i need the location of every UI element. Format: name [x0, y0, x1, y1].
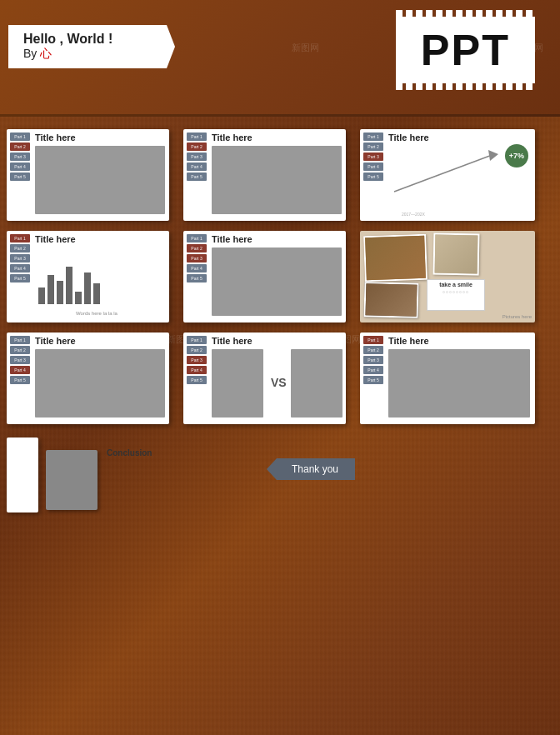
part-4-item: Part 4 [10, 162, 30, 171]
bar-2 [48, 275, 54, 304]
slide-8-title: Title here [212, 336, 252, 346]
bar-chart [38, 267, 100, 304]
s4-part-5: Part 5 [10, 274, 30, 282]
banner-line2: By 心 [23, 47, 160, 62]
dashes: ○○○○○○○○ [429, 289, 482, 294]
slide-1-title: Title here [35, 132, 76, 142]
photo-1 [363, 234, 428, 282]
bar-7 [93, 283, 100, 304]
s5-part-2: Part 2 [187, 244, 207, 252]
slide-1-parts: Part 1 Part 2 Part 3 Part 4 Part 5 [8, 131, 32, 182]
s5-part-4: Part 4 [187, 264, 207, 272]
s5-part-5: Part 5 [187, 274, 207, 282]
s7-part-4: Part 4 [10, 366, 30, 374]
s7-part-5: Part 5 [10, 376, 30, 384]
date-range: 2017—202X [402, 212, 425, 217]
bar-1 [38, 288, 45, 304]
slide-8-right-box [291, 349, 342, 418]
slide-2-title: Title here [212, 132, 252, 142]
slide-8-left-box [212, 349, 263, 418]
part-3-item: Part 3 [10, 152, 30, 161]
svg-line-0 [394, 154, 494, 192]
s3-part-5: Part 5 [363, 172, 383, 181]
arrow-banner: Hello , World ! By 心 [8, 25, 175, 68]
slide-8: Part 1 Part 2 Part 3 Part 4 Part 5 Title… [183, 332, 346, 424]
s8-part-2: Part 2 [187, 346, 207, 354]
bar-5 [75, 292, 82, 304]
slides-area: Part 1 Part 2 Part 3 Part 4 Part 5 Title… [0, 125, 560, 735]
slide-9-parts: Part 1 Part 2 Part 3 Part 4 Part 5 [362, 334, 385, 386]
slide-1: Part 1 Part 2 Part 3 Part 4 Part 5 Title… [7, 129, 169, 221]
slide-4-title: Title here [35, 234, 76, 244]
s2-part-4: Part 4 [187, 162, 207, 171]
slide-5-parts: Part 1 Part 2 Part 3 Part 4 Part 5 [185, 232, 208, 284]
bar-4 [66, 267, 72, 304]
s9-part-1: Part 1 [363, 336, 383, 344]
header-section: Hello , World ! By 心 PPT [0, 0, 560, 117]
s8-part-4: Part 4 [187, 366, 207, 374]
slide-9: Part 1 Part 2 Part 3 Part 4 Part 5 Title… [360, 332, 535, 424]
conclusion-label: Conclusion [107, 448, 152, 458]
banner-line1: Hello , World ! [23, 32, 160, 47]
s2-part-2: Part 2 [187, 142, 207, 151]
chart-label: Words here la la la [38, 311, 155, 316]
slide-6: take a smile ○○○○○○○○ Pictures here [360, 231, 535, 322]
conclusion-box-left [7, 438, 38, 512]
take-smile-text: take a smile [429, 282, 482, 288]
heart-char: 心 [40, 47, 52, 60]
s2-part-3: Part 3 [187, 152, 207, 161]
slide-2: Part 1 Part 2 Part 3 Part 4 Part 5 Title… [183, 129, 346, 221]
slide-8-parts: Part 1 Part 2 Part 3 Part 4 Part 5 [185, 334, 208, 386]
thank-you-text: Thank you [292, 463, 338, 475]
slide-7-content-box [35, 349, 165, 418]
s8-part-5: Part 5 [187, 376, 207, 384]
thank-you-banner: Thank you [267, 458, 355, 480]
slide-7-title: Title here [35, 336, 76, 346]
percent-badge: +7% [505, 144, 528, 168]
s9-part-4: Part 4 [363, 366, 383, 374]
s8-part-3: Part 3 [187, 356, 207, 364]
s4-part-1: Part 1 [10, 234, 30, 242]
slide-1-content-box [35, 146, 165, 214]
ppt-ticket: PPT [396, 17, 535, 83]
part-2-item: Part 2 [10, 142, 30, 151]
s2-part-5: Part 5 [187, 172, 207, 181]
s5-part-3: Part 3 [187, 254, 207, 262]
slide-2-parts: Part 1 Part 2 Part 3 Part 4 Part 5 [185, 131, 208, 182]
part-1-item: Part 1 [10, 132, 30, 141]
slide-5: Part 1 Part 2 Part 3 Part 4 Part 5 Title… [183, 231, 346, 322]
slide-4-parts: Part 1 Part 2 Part 3 Part 4 Part 5 [8, 232, 32, 284]
slide-9-title: Title here [388, 336, 429, 346]
slide-3-title: Title here [388, 132, 429, 142]
s9-part-3: Part 3 [363, 356, 383, 364]
photo-2 [433, 233, 480, 276]
s9-part-5: Part 5 [363, 376, 383, 384]
vs-label: VS [271, 376, 287, 389]
s4-part-2: Part 2 [10, 244, 30, 252]
slide-7: Part 1 Part 2 Part 3 Part 4 Part 5 Title… [7, 332, 169, 424]
bar-6 [84, 272, 91, 304]
slide-3: Part 1 Part 2 Part 3 Part 4 Part 5 Title… [360, 129, 535, 221]
slide-3-parts: Part 1 Part 2 Part 3 Part 4 Part 5 [362, 131, 385, 182]
s3-part-4: Part 4 [363, 162, 383, 171]
s3-part-3: Part 3 [363, 152, 383, 161]
ppt-title: PPT [421, 25, 510, 75]
conclusion-gray-box [46, 450, 98, 510]
s4-part-3: Part 3 [10, 254, 30, 262]
bar-3 [57, 281, 63, 304]
slide-9-content-box [388, 349, 530, 418]
line-chart [390, 146, 502, 196]
arrow-banner-body: Hello , World ! By 心 [8, 25, 175, 68]
s7-part-3: Part 3 [10, 356, 30, 364]
slide-2-content-box [212, 146, 342, 214]
slide-4: Part 1 Part 2 Part 3 Part 4 Part 5 Title… [7, 231, 169, 322]
take-smile-box: take a smile ○○○○○○○○ [427, 279, 485, 311]
s7-part-1: Part 1 [10, 336, 30, 344]
s4-part-4: Part 4 [10, 264, 30, 272]
s3-part-1: Part 1 [363, 132, 383, 141]
s3-part-2: Part 2 [363, 142, 383, 151]
s8-part-1: Part 1 [187, 336, 207, 344]
part-5-item: Part 5 [10, 172, 30, 181]
slide-5-content-box [212, 248, 342, 316]
slide-7-parts: Part 1 Part 2 Part 3 Part 4 Part 5 [8, 334, 32, 386]
